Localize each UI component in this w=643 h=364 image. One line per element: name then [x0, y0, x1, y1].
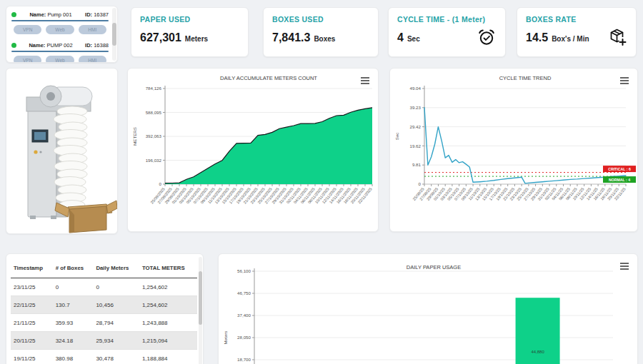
svg-text:METERS: METERS	[132, 127, 137, 146]
table-cell: 359.93	[53, 314, 94, 332]
svg-text:Meters: Meters	[223, 331, 228, 345]
production-history-table: Timestamp# of BoxesDaily MetersTOTAL MET…	[11, 258, 197, 364]
chart-menu-icon[interactable]	[360, 75, 370, 88]
cycle-time-trend-chart-card: CYCLE TIME TREND09.8119.6229.4239.2349.0…	[389, 68, 638, 232]
pump-list-scrollbar[interactable]	[112, 8, 116, 61]
kpi-value: 4	[397, 31, 404, 44]
table-cell: 0	[93, 278, 139, 296]
table-cell: 1,254,602	[139, 278, 197, 296]
kpi-title: CYCLE TIME - (1 Meter)	[397, 15, 497, 24]
table-cell: 1,215,094	[139, 332, 197, 350]
pump-id: ID: 16388	[85, 42, 109, 49]
table-cell: 380.98	[53, 350, 94, 364]
kpi-unit: Boxes	[314, 35, 335, 43]
table-cell: 30,478	[93, 350, 139, 364]
scrollbar-thumb[interactable]	[112, 23, 116, 46]
kpi-title: BOXES RATE	[526, 15, 627, 24]
kpi-boxes-used: BOXES USED 7,841.3 Boxes	[263, 7, 379, 57]
vpn-button[interactable]: VPN	[14, 56, 41, 63]
svg-text:196,032: 196,032	[146, 158, 162, 163]
pump-list-panel: Name: Pump 001 ID: 16387 VPN Web HMI Nam…	[6, 6, 118, 63]
production-history-table-card: Timestamp# of BoxesDaily MetersTOTAL MET…	[6, 253, 204, 364]
kpi-unit: Box's / Min	[552, 35, 589, 43]
table-cell: 130.7	[53, 296, 94, 314]
cycle-time-trend-chart: CYCLE TIME TREND09.8119.6229.4239.2349.0…	[390, 69, 637, 230]
svg-text:0: 0	[159, 181, 162, 186]
svg-text:44,880: 44,880	[531, 350, 544, 354]
table-cell: 23/11/25	[11, 278, 53, 296]
pump-name: Name: PUMP 002	[19, 42, 82, 49]
hmi-button[interactable]: HMI	[79, 56, 106, 63]
svg-text:DAILY PAPER USAGE: DAILY PAPER USAGE	[407, 264, 461, 271]
svg-text:18,700: 18,700	[237, 357, 251, 362]
table-cell: 25,934	[93, 332, 139, 350]
daily-accumulate-meters-chart: DAILY ACCUMULATE METERS COUNT0196,032392…	[128, 69, 378, 230]
table-cell: 324.18	[53, 332, 94, 350]
web-button[interactable]: Web	[46, 56, 74, 63]
table-row: 20/11/25324.1825,9341,215,094	[11, 332, 197, 350]
table-row: 21/11/25359.9328,7941,243,888	[11, 314, 197, 332]
scrollbar-thumb[interactable]	[199, 271, 202, 325]
alarm-check-icon	[477, 27, 497, 50]
hmi-button[interactable]: HMI	[79, 25, 106, 34]
svg-text:49.04: 49.04	[410, 86, 422, 91]
svg-text:CRITICAL : 6: CRITICAL : 6	[608, 167, 631, 171]
table-cell: 19/11/25	[11, 350, 53, 364]
table-cell: 22/11/25	[11, 296, 53, 314]
svg-text:9.81: 9.81	[412, 162, 422, 167]
kpi-paper-used: PAPER USED 627,301 Meters	[131, 7, 249, 57]
chart-menu-icon[interactable]	[619, 75, 629, 88]
chart-menu-icon[interactable]	[619, 261, 629, 273]
web-button[interactable]: Web	[46, 25, 74, 34]
status-dot	[11, 12, 16, 17]
table-header: # of Boxes	[53, 258, 94, 278]
kpi-title: BOXES USED	[272, 15, 369, 24]
kpi-title: PAPER USED	[140, 15, 239, 24]
svg-text:29.42: 29.42	[410, 124, 422, 129]
kpi-unit: Sec	[407, 35, 420, 43]
svg-text:0: 0	[419, 181, 422, 186]
svg-text:39.23: 39.23	[410, 105, 422, 110]
daily-paper-usage-chart: DAILY PAPER USAGE09,35018,70028,05037,40…	[219, 254, 637, 364]
svg-text:Sec: Sec	[394, 133, 399, 141]
box-plus-icon	[607, 27, 627, 50]
paper-packing-machine-image	[6, 69, 117, 233]
kpi-value: 14.5	[526, 31, 548, 44]
table-row: 23/11/25001,254,602	[11, 278, 197, 296]
table-scrollbar[interactable]	[199, 257, 202, 364]
daily-accumulate-meters-chart-card: DAILY ACCUMULATE METERS COUNT0196,032392…	[127, 68, 379, 232]
table-cell: 1,254,602	[139, 296, 197, 314]
kpi-cycle-time: CYCLE TIME - (1 Meter) 4 Sec	[388, 7, 506, 57]
table-cell: 21/11/25	[11, 314, 53, 332]
kpi-boxes-rate: BOXES RATE 14.5 Box's / Min	[517, 7, 637, 57]
svg-text:784,126: 784,126	[146, 86, 162, 91]
table-cell: 1,188,884	[139, 350, 197, 364]
svg-text:28,050: 28,050	[237, 335, 251, 340]
svg-text:392,063: 392,063	[146, 133, 162, 138]
kpi-value: 7,841.3	[272, 31, 310, 44]
table-cell: 28,794	[93, 314, 139, 332]
table-cell: 1,243,888	[139, 314, 197, 332]
machine-image-panel	[6, 68, 118, 234]
table-cell: 10,456	[93, 296, 139, 314]
svg-text:DAILY ACCUMULATE METERS COUNT: DAILY ACCUMULATE METERS COUNT	[220, 75, 317, 81]
pump-card: Name: Pump 001 ID: 16387 VPN Web HMI	[6, 6, 117, 37]
daily-paper-usage-chart-card: DAILY PAPER USAGE09,35018,70028,05037,40…	[218, 253, 638, 364]
vpn-button[interactable]: VPN	[14, 25, 41, 34]
svg-text:588,095: 588,095	[146, 110, 162, 115]
table-cell: 20/11/25	[11, 332, 53, 350]
table-header: Daily Meters	[93, 258, 139, 278]
svg-text:CYCLE TIME TREND: CYCLE TIME TREND	[499, 75, 552, 81]
kpi-value: 627,301	[140, 31, 181, 44]
svg-text:46,750: 46,750	[237, 290, 251, 295]
status-dot	[11, 43, 16, 48]
table-row: 22/11/25130.710,4561,254,602	[11, 296, 197, 314]
svg-text:56,100: 56,100	[237, 268, 251, 273]
pump-card: Name: PUMP 002 ID: 16388 VPN Web HMI	[6, 37, 117, 63]
table-row: 19/11/25380.9830,4781,188,884	[11, 350, 197, 364]
critical-badge: CRITICAL : 6	[603, 166, 636, 172]
normal-badge: NORMAL : 4	[603, 176, 636, 183]
kpi-unit: Meters	[185, 35, 208, 43]
pump-name-label: Name:	[29, 11, 46, 18]
table-header: Timestamp	[11, 258, 53, 278]
